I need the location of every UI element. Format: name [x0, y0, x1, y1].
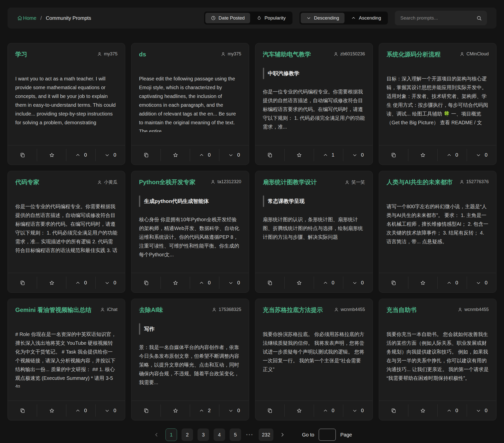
next-page-button[interactable] [278, 431, 287, 438]
copy-button[interactable] [379, 145, 408, 165]
upvote-button[interactable]: 0 [190, 273, 219, 292]
prompt-title[interactable]: 人类与AI共生的未来都市 [387, 178, 453, 186]
prompt-card[interactable]: 去除AI味 175368325 写作 景：我是一名自媒体平台的内容创作者，依靠今… [131, 299, 249, 420]
page-button-2[interactable]: 2 [182, 428, 193, 441]
copy-button[interactable] [379, 273, 408, 292]
author-name: CMinCloud [466, 51, 489, 57]
prompt-card[interactable]: 充当自助书 wcnmb4455 我要你充当一本自助书。 您会就如何改善我生活的某… [379, 299, 496, 420]
order-ascending-button[interactable]: Ascending [346, 13, 387, 23]
prompt-title[interactable]: Python全栈开发专家 [139, 178, 195, 186]
downvote-button[interactable]: 0 [343, 401, 373, 420]
prompt-title[interactable]: 扇形统计图教学设计 [263, 178, 317, 186]
upvote-button[interactable]: 0 [438, 273, 467, 292]
chevron-up-icon [75, 280, 81, 286]
downvote-button[interactable]: 0 [343, 145, 373, 165]
prompt-card[interactable]: 汽车辅助电气教学 zb60150236 中职汽修教学 你是一位专业的代码编程专业… [255, 43, 373, 165]
prompt-card[interactable]: 代码专家 小黄瓜 你是一位专业的代码编程专业。你需要根据我提供的自然语言描述，自… [8, 171, 125, 293]
downvote-button[interactable]: 0 [219, 145, 249, 165]
favorite-button[interactable] [37, 273, 66, 292]
search-input[interactable] [400, 15, 474, 21]
copy-button[interactable] [255, 401, 285, 420]
breadcrumb-home-link[interactable]: Home [17, 15, 36, 21]
favorite-button[interactable] [37, 145, 66, 165]
downvote-button[interactable]: 0 [343, 273, 373, 292]
goto-page-input[interactable] [319, 429, 336, 441]
prompt-title[interactable]: 代码专家 [15, 178, 39, 186]
prompt-card[interactable]: 学习 my375 I want you to act as a math tea… [8, 43, 125, 165]
upvote-button[interactable]: 0 [190, 145, 219, 165]
copy-button[interactable] [131, 401, 161, 420]
favorite-button[interactable] [285, 273, 314, 292]
copy-button[interactable] [131, 273, 161, 292]
upvote-button[interactable]: 2 [190, 401, 219, 420]
author-name: wcnmb4455 [464, 307, 489, 312]
favorite-button[interactable] [161, 273, 190, 292]
downvote-button[interactable]: 0 [219, 401, 249, 420]
copy-button[interactable] [379, 401, 408, 420]
page-button-5[interactable]: 5 [230, 428, 241, 441]
person-icon [97, 180, 102, 185]
sort-date-posted-button[interactable]: Date Posted [205, 13, 250, 23]
downvote-button[interactable]: 0 [96, 273, 125, 292]
prompt-card[interactable]: Gemini 看油管视频输出总结 iChat # Role 你现在是一名资深的中… [8, 299, 125, 420]
page-button-3[interactable]: 3 [198, 428, 209, 441]
favorite-button[interactable] [285, 145, 314, 165]
favorite-button[interactable] [408, 145, 438, 165]
upvote-button[interactable]: 0 [438, 145, 467, 165]
downvote-button[interactable]: 0 [467, 401, 496, 420]
prompt-card[interactable]: ds my375 Please edit the following passa… [131, 43, 249, 165]
upvote-button[interactable]: 1 [314, 145, 343, 165]
favorite-button[interactable] [161, 401, 190, 420]
favorite-button[interactable] [408, 401, 438, 420]
sort-popularity-button[interactable]: Popularity [251, 13, 291, 23]
page-button-last[interactable]: 232 [259, 428, 273, 441]
prompt-card[interactable]: 系统化源码分析流程 CMinCloud 目标：深入理解一个开源项目的架构与核心逻… [379, 43, 496, 165]
favorite-button[interactable] [408, 273, 438, 292]
prompt-title[interactable]: 充当苏格拉底方法提示 [263, 306, 323, 314]
upvote-button[interactable]: 0 [66, 401, 96, 420]
upvote-button[interactable]: 0 [438, 401, 467, 420]
card-actions: 0 0 [379, 145, 496, 165]
downvote-button[interactable]: 0 [96, 145, 125, 165]
copy-button[interactable] [255, 273, 285, 292]
prompt-card[interactable]: Python全栈开发专家 ta12312320 生成python代码生成智能体 … [131, 171, 249, 293]
copy-button[interactable] [255, 145, 285, 165]
order-descending-button[interactable]: Descending [301, 13, 345, 23]
top-bar: Home / Community Prompts Date Posted Pop… [8, 8, 496, 29]
page-button-4[interactable]: 4 [214, 428, 225, 441]
prompt-title[interactable]: 系统化源码分析流程 [387, 50, 441, 58]
prompt-card[interactable]: 扇形统计图教学设计 笑一笑 常态课教学呈现 扇形统计图的认识，条形统计图、扇形统… [255, 171, 373, 293]
previous-page-button[interactable] [152, 431, 161, 438]
prompt-title[interactable]: 去除AI味 [139, 306, 163, 314]
search-icon[interactable] [476, 15, 482, 21]
prompt-grid: 学习 my375 I want you to act as a math tea… [8, 43, 496, 420]
upvote-button[interactable]: 0 [314, 273, 343, 292]
prompt-title[interactable]: 学习 [15, 50, 27, 58]
prompt-title[interactable]: Gemini 看油管视频输出总结 [15, 306, 91, 314]
prompt-title[interactable]: 汽车辅助电气教学 [263, 50, 311, 58]
copy-icon [20, 280, 25, 286]
person-icon [458, 307, 462, 312]
downvote-button[interactable]: 0 [467, 273, 496, 292]
chevron-left-icon [153, 432, 159, 438]
favorite-button[interactable] [161, 145, 190, 165]
favorite-button[interactable] [285, 401, 314, 420]
downvote-button[interactable]: 0 [467, 145, 496, 165]
prompt-title[interactable]: 充当自助书 [387, 306, 417, 314]
upvote-button[interactable]: 0 [66, 273, 96, 292]
prompt-tag: 中职汽修教学 [263, 70, 365, 77]
page-button-1[interactable]: 1 [165, 428, 177, 441]
copy-button[interactable] [8, 273, 37, 292]
prompt-body: I want you to act as a math teacher. I w… [15, 74, 117, 127]
downvote-button[interactable]: 0 [219, 273, 249, 292]
copy-button[interactable] [8, 145, 37, 165]
favorite-button[interactable] [37, 401, 66, 420]
prompt-card[interactable]: 充当苏格拉底方法提示 wcnmb4455 我要你扮演苏格拉底。 你必须用苏格拉底… [255, 299, 373, 420]
copy-button[interactable] [131, 145, 161, 165]
copy-button[interactable] [8, 401, 37, 420]
prompt-title[interactable]: ds [139, 50, 146, 58]
prompt-card[interactable]: 人类与AI共生的未来都市 152776376 请写一个800字左右的科幻微小说，… [379, 171, 496, 293]
downvote-button[interactable]: 0 [96, 401, 125, 420]
upvote-button[interactable]: 0 [66, 145, 96, 165]
upvote-button[interactable]: 0 [314, 401, 343, 420]
